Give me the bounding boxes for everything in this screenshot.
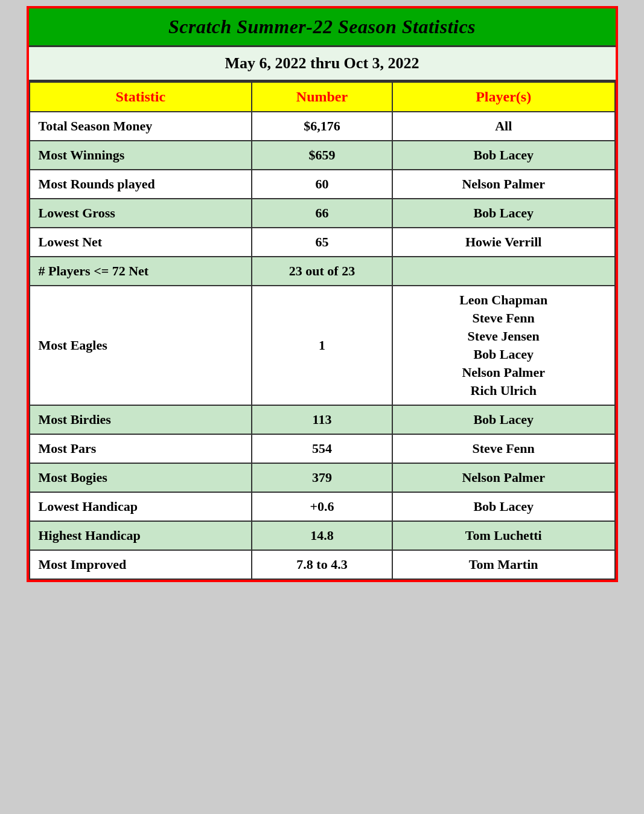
statistic-header: Statistic xyxy=(30,82,252,112)
number-cell: +0.6 xyxy=(252,492,392,521)
players-cell: Bob Lacey xyxy=(392,141,615,170)
statistic-cell: Highest Handicap xyxy=(30,521,252,550)
number-cell: 7.8 to 4.3 xyxy=(252,550,392,579)
players-cell: Nelson Palmer xyxy=(392,170,615,199)
player-name: Bob Lacey xyxy=(473,347,534,362)
player-name: Steve Fenn xyxy=(473,310,535,326)
number-header: Number xyxy=(252,82,392,112)
table-row: # Players <= 72 Net23 out of 23 xyxy=(30,257,615,286)
table-row: Lowest Handicap+0.6Bob Lacey xyxy=(30,492,615,521)
players-cell: Tom Luchetti xyxy=(392,521,615,550)
statistic-cell: Most Pars xyxy=(30,434,252,463)
players-cell: Bob Lacey xyxy=(392,405,615,434)
table-row: Most Eagles1Leon ChapmanSteve FennSteve … xyxy=(30,286,615,405)
statistic-cell: Most Improved xyxy=(30,550,252,579)
number-cell: $6,176 xyxy=(252,112,392,141)
table-row: Total Season Money$6,176All xyxy=(30,112,615,141)
number-cell: 60 xyxy=(252,170,392,199)
number-cell: 113 xyxy=(252,405,392,434)
number-cell: 65 xyxy=(252,228,392,257)
number-cell: 66 xyxy=(252,199,392,228)
date-range: May 6, 2022 thru Oct 3, 2022 xyxy=(29,47,616,82)
table-row: Most Winnings$659Bob Lacey xyxy=(30,141,615,170)
statistic-cell: Most Eagles xyxy=(30,286,252,405)
table-row: Most Improved7.8 to 4.3Tom Martin xyxy=(30,550,615,579)
table-row: Most Rounds played60Nelson Palmer xyxy=(30,170,615,199)
player-name: Steve Jensen xyxy=(468,328,540,344)
players-cell: Bob Lacey xyxy=(392,492,615,521)
statistic-cell: Most Rounds played xyxy=(30,170,252,199)
statistic-cell: Lowest Handicap xyxy=(30,492,252,521)
players-cell: Nelson Palmer xyxy=(392,463,615,492)
table-row: Most Birdies113Bob Lacey xyxy=(30,405,615,434)
statistic-cell: Most Winnings xyxy=(30,141,252,170)
number-cell: 23 out of 23 xyxy=(252,257,392,286)
page-title: Scratch Summer-22 Season Statistics xyxy=(29,8,616,47)
players-cell: Leon ChapmanSteve FennSteve JensenBob La… xyxy=(392,286,615,405)
table-row: Most Pars554Steve Fenn xyxy=(30,434,615,463)
statistic-cell: # Players <= 72 Net xyxy=(30,257,252,286)
players-cell: Howie Verrill xyxy=(392,228,615,257)
stats-container: Scratch Summer-22 Season Statistics May … xyxy=(27,6,618,582)
statistic-cell: Lowest Net xyxy=(30,228,252,257)
statistic-cell: Lowest Gross xyxy=(30,199,252,228)
players-cell: All xyxy=(392,112,615,141)
player-name: Rich Ulrich xyxy=(471,383,537,399)
table-row: Lowest Net65Howie Verrill xyxy=(30,228,615,257)
statistic-cell: Most Bogies xyxy=(30,463,252,492)
players-cell xyxy=(392,257,615,286)
number-cell: 14.8 xyxy=(252,521,392,550)
players-cell: Bob Lacey xyxy=(392,199,615,228)
table-header: Statistic Number Player(s) xyxy=(30,82,615,112)
players-cell: Steve Fenn xyxy=(392,434,615,463)
number-cell: 554 xyxy=(252,434,392,463)
number-cell: 379 xyxy=(252,463,392,492)
number-cell: 1 xyxy=(252,286,392,405)
table-row: Highest Handicap14.8Tom Luchetti xyxy=(30,521,615,550)
player-name: Leon Chapman xyxy=(459,292,547,308)
players-header: Player(s) xyxy=(392,82,615,112)
statistic-cell: Most Birdies xyxy=(30,405,252,434)
number-cell: $659 xyxy=(252,141,392,170)
statistic-cell: Total Season Money xyxy=(30,112,252,141)
stats-table: Statistic Number Player(s) Total Season … xyxy=(29,82,616,580)
players-cell: Tom Martin xyxy=(392,550,615,579)
table-row: Lowest Gross66Bob Lacey xyxy=(30,199,615,228)
player-name: Nelson Palmer xyxy=(462,365,544,380)
table-row: Most Bogies379Nelson Palmer xyxy=(30,463,615,492)
